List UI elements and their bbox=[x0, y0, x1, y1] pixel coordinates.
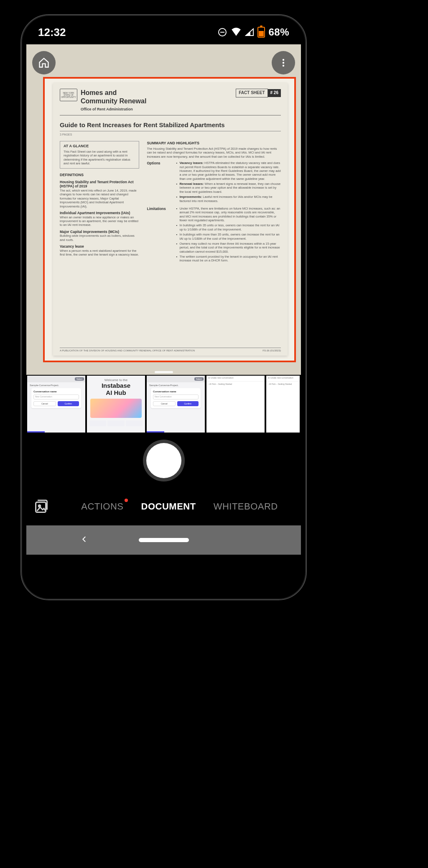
mode-selector-row: ACTIONS DOCUMENT WHITEBOARD bbox=[26, 488, 301, 525]
mode-whiteboard[interactable]: WHITEBOARD bbox=[214, 501, 278, 512]
doc-title: Guide to Rent Increases for Rent Stabili… bbox=[60, 121, 281, 129]
factsheet-badge: FACT SHEET # 26 bbox=[236, 89, 281, 97]
viewfinder-handle[interactable] bbox=[155, 371, 173, 373]
shutter-button[interactable] bbox=[146, 443, 181, 478]
option-renewal: Renewal leases: When a tenant signs a re… bbox=[176, 182, 281, 194]
battery-icon bbox=[257, 27, 265, 38]
home-icon bbox=[38, 57, 50, 69]
limitation-4: Owners may collect no more than three IA… bbox=[176, 242, 281, 253]
signal-icon bbox=[245, 28, 254, 36]
mode-actions[interactable]: ACTIONS bbox=[81, 501, 123, 512]
def-hstpa-term: Housing Stability and Tenant Protection … bbox=[60, 180, 139, 189]
chevron-left-icon bbox=[81, 535, 88, 543]
thumbnail-item[interactable]: ⊕ Create new conversation ◦ AI Hub – Get… bbox=[266, 376, 300, 433]
option-improvements: Improvements: Lawful rent increases for … bbox=[176, 195, 281, 203]
document-crop-frame[interactable]: NEW YORK STATE OF OPPORTUNITY Homes and … bbox=[43, 77, 296, 362]
doc-page-count: 3 PAGES bbox=[60, 131, 281, 137]
option-vacancy: Vacancy leases: HSTPA eliminated the sta… bbox=[176, 161, 281, 181]
capture-modes: ACTIONS DOCUMENT WHITEBOARD bbox=[66, 501, 293, 512]
status-time: 12:32 bbox=[38, 26, 66, 39]
doc-footer-left: A PUBLICATION OF THE DIVISION OF HOUSING… bbox=[60, 349, 195, 353]
def-vacancy-term: Vacancy lease bbox=[60, 244, 139, 249]
def-vacancy-body: When a person rents a rent stabilized ap… bbox=[60, 249, 139, 257]
svg-point-4 bbox=[283, 65, 284, 67]
recent-thumbnails[interactable]: Select Sample-Conversa-Project. Conversa… bbox=[26, 375, 301, 433]
thumbnail-item[interactable]: Welcome to the Instabase AI Hub bbox=[87, 376, 145, 433]
wifi-icon bbox=[231, 28, 242, 37]
at-a-glance-text: This Fact Sheet can be used along with a… bbox=[64, 150, 135, 166]
capture-bar bbox=[26, 433, 301, 488]
more-vert-icon bbox=[278, 58, 288, 68]
limitations-label: Limitations bbox=[147, 207, 172, 264]
agency-name-line2: Community Renewal bbox=[81, 97, 146, 105]
device-screen: 12:32 68% A bbox=[26, 20, 301, 594]
summary-body: The Housing Stability and Tenant Protect… bbox=[147, 147, 281, 159]
system-back-button[interactable] bbox=[81, 535, 88, 545]
limitation-5: The written consent provided by the tena… bbox=[176, 255, 281, 263]
doc-body: AT A GLANCE This Fact Sheet can be used … bbox=[60, 141, 281, 264]
system-home-pill[interactable] bbox=[139, 538, 189, 542]
svg-point-2 bbox=[283, 59, 284, 61]
phone-frame: 12:32 68% A bbox=[20, 14, 307, 600]
battery-percentage: 68% bbox=[268, 26, 289, 38]
doc-footer-right: FS-26 (01/2023) bbox=[262, 349, 281, 353]
doc-header: NEW YORK STATE OF OPPORTUNITY Homes and … bbox=[60, 89, 281, 115]
thumbnail-item[interactable]: ⊕ Create new conversation ◦ AI Hub – Get… bbox=[206, 376, 265, 433]
limitation-1: Under HSTPA, there are limitations on fu… bbox=[176, 207, 281, 223]
more-options-button[interactable] bbox=[272, 51, 295, 74]
limitation-2: In buildings with 35 units or less, owne… bbox=[176, 223, 281, 231]
summary-heading: SUMMARY AND HIGHLIGHTS bbox=[147, 141, 281, 146]
thumbnail-item[interactable]: Select Sample-Conversa-Project. Conversa… bbox=[147, 376, 205, 433]
svg-point-3 bbox=[283, 62, 284, 64]
limitations-list: Under HSTPA, there are limitations on fu… bbox=[176, 207, 281, 264]
status-right: 68% bbox=[217, 26, 289, 38]
options-list: Vacancy leases: HSTPA eliminated the sta… bbox=[176, 161, 281, 204]
thumbnail-item[interactable]: Select Sample-Conversa-Project. Conversa… bbox=[27, 376, 85, 433]
gallery-icon bbox=[34, 499, 49, 514]
mode-document[interactable]: DOCUMENT bbox=[141, 501, 196, 512]
def-mci-term: Major Capital Improvements (MCIs) bbox=[60, 230, 139, 234]
at-a-glance-heading: AT A GLANCE bbox=[64, 144, 135, 149]
home-button[interactable] bbox=[32, 51, 56, 74]
ny-state-logo: NEW YORK STATE OF OPPORTUNITY bbox=[60, 89, 77, 101]
actions-badge-dot bbox=[125, 499, 128, 502]
limitation-3: In buildings with more than 35 units, ow… bbox=[176, 233, 281, 241]
scanned-document: NEW YORK STATE OF OPPORTUNITY Homes and … bbox=[53, 83, 288, 356]
doc-footer: A PUBLICATION OF THE DIVISION OF HOUSING… bbox=[60, 348, 281, 353]
dnd-icon bbox=[217, 27, 227, 37]
system-nav-bar bbox=[26, 525, 301, 555]
options-label: Options bbox=[147, 161, 172, 204]
def-hstpa-body: The act, which went into effect on June … bbox=[60, 189, 139, 208]
def-iai-body: When an owner installs a new appliance o… bbox=[60, 215, 139, 227]
status-bar: 12:32 68% bbox=[26, 20, 301, 44]
def-mci-body: Building-wide improvements such as boile… bbox=[60, 234, 139, 242]
def-iai-term: Individual Apartment Improvements (IAIs) bbox=[60, 211, 139, 215]
definitions-heading: DEFINITIONS bbox=[60, 173, 139, 177]
gallery-button[interactable] bbox=[34, 499, 49, 514]
camera-viewfinder: A NEW YORK STATE OF OPPORTUNITY Homes an… bbox=[26, 44, 301, 375]
agency-name-line1: Homes and bbox=[81, 89, 146, 97]
agency-office: Office of Rent Administration bbox=[81, 107, 146, 112]
